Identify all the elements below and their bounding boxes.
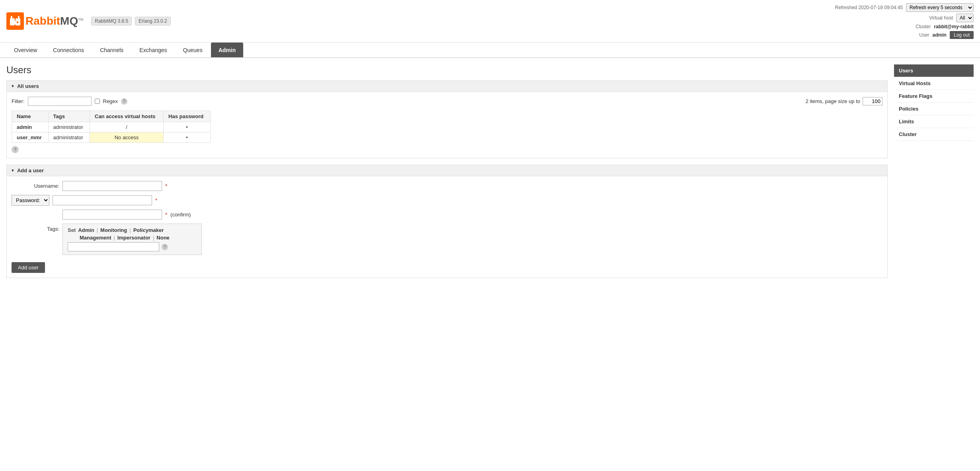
- confirm-label: (confirm): [170, 212, 191, 218]
- cluster-value: rabbit@my-rabbit: [934, 24, 974, 29]
- add-user-header[interactable]: ▼ Add a user: [6, 165, 888, 176]
- username-required: *: [165, 183, 167, 189]
- vhost-select[interactable]: All /: [956, 14, 974, 22]
- tag-policymaker[interactable]: Policymaker: [133, 227, 164, 233]
- logo-mq: MQ: [60, 15, 78, 27]
- nav-item-admin[interactable]: Admin: [211, 43, 244, 57]
- all-users-header[interactable]: ▼ All users: [6, 80, 888, 92]
- page-size-info: 2 items, page size up to 100: [806, 97, 882, 105]
- username-input[interactable]: [62, 181, 162, 191]
- sidebar-item-feature-flags[interactable]: Feature Flags: [894, 90, 974, 103]
- regex-label: Regex: [103, 98, 118, 104]
- nav-item-connections[interactable]: Connections: [45, 43, 92, 57]
- tag-impersonator[interactable]: Impersonator: [117, 235, 150, 241]
- tag-admin[interactable]: Admin: [78, 227, 94, 233]
- tags-options-row: Set Admin | Monitoring | Policymaker: [68, 227, 197, 233]
- user-row: User admin Log out: [919, 31, 974, 39]
- refreshed-label: Refreshed 2020-07-18 09:04:45: [835, 5, 903, 10]
- erlang-version: Erlang 23.0.2: [135, 17, 170, 25]
- col-tags: Tags: [48, 111, 90, 122]
- password-input[interactable]: [53, 195, 152, 205]
- all-users-section: ▼ All users Filter: Regex ? 2 items, pag…: [6, 80, 888, 158]
- tags-set-label: Set: [68, 227, 76, 233]
- password-required: *: [155, 197, 157, 203]
- tags-label: Tags:: [12, 224, 59, 232]
- content: Users ▼ All users Filter: Regex ? 2 item…: [0, 58, 980, 284]
- tags-custom-row: ?: [68, 242, 197, 251]
- tags-help-icon[interactable]: ?: [162, 244, 168, 250]
- user-label: User: [919, 32, 929, 38]
- sep3: |: [113, 235, 115, 241]
- add-user-button[interactable]: Add user: [12, 262, 45, 273]
- regex-checkbox[interactable]: [95, 99, 100, 104]
- add-user-arrow: ▼: [11, 168, 15, 173]
- sidebar-item-cluster[interactable]: Cluster: [894, 128, 974, 141]
- vhost-label: Virtual host: [929, 15, 953, 21]
- sep2: |: [129, 227, 131, 233]
- nav-item-overview[interactable]: Overview: [6, 43, 45, 57]
- user-value: admin: [933, 32, 947, 38]
- svg-rect-3: [18, 16, 20, 20]
- nav: Overview Connections Channels Exchanges …: [0, 43, 980, 58]
- user-access-mmr: No access: [90, 132, 164, 143]
- filter-input[interactable]: [28, 97, 92, 106]
- col-access: Can access virtual hosts: [90, 111, 164, 122]
- add-user-body: Username: * Password: Hash: * *: [6, 176, 888, 278]
- password-type-select[interactable]: Password: Hash:: [12, 195, 49, 206]
- tags-area: Set Admin | Monitoring | Policymaker Man…: [62, 224, 202, 255]
- username-label: Username:: [12, 183, 59, 189]
- col-name: Name: [12, 111, 49, 122]
- user-access-admin: /: [90, 122, 164, 132]
- sidebar-item-policies[interactable]: Policies: [894, 103, 974, 115]
- tag-management[interactable]: Management: [80, 235, 111, 241]
- user-name-admin[interactable]: admin: [12, 122, 49, 132]
- nav-item-exchanges[interactable]: Exchanges: [132, 43, 174, 57]
- logout-button[interactable]: Log out: [950, 31, 974, 39]
- confirm-password-input[interactable]: [62, 210, 162, 220]
- table-row: admin administrator / •: [12, 122, 211, 132]
- logo: RabbitMQTM: [6, 12, 83, 30]
- logo-text: RabbitMQTM: [25, 15, 83, 27]
- user-password-admin: •: [164, 122, 211, 132]
- rabbit-svg: [9, 15, 21, 27]
- logo-tm: TM: [78, 18, 83, 21]
- header-right: Refreshed 2020-07-18 09:04:45 Refresh ev…: [835, 3, 974, 39]
- page-size-input[interactable]: 100: [863, 97, 882, 105]
- tags-custom-input[interactable]: [68, 242, 159, 251]
- sidebar-item-virtual-hosts[interactable]: Virtual Hosts: [894, 77, 974, 90]
- svg-rect-2: [11, 16, 12, 20]
- tags-row: Tags: Set Admin | Monitoring | Policymak…: [12, 224, 882, 255]
- users-table-header-row: Name Tags Can access virtual hosts Has p…: [12, 111, 211, 122]
- vhost-row: Virtual host All /: [929, 14, 974, 22]
- header: RabbitMQTM RabbitMQ 3.8.5 Erlang 23.0.2 …: [0, 0, 980, 43]
- sidebar-item-limits[interactable]: Limits: [894, 115, 974, 128]
- tag-none[interactable]: None: [156, 235, 170, 241]
- filter-label: Filter:: [12, 98, 25, 104]
- logo-icon: [6, 12, 24, 30]
- table-help-icon[interactable]: ?: [12, 146, 19, 153]
- user-name-mmr[interactable]: user_mmr: [12, 132, 49, 143]
- page-title: Users: [6, 64, 888, 76]
- add-user-section: ▼ Add a user Username: * Password: Hash:…: [6, 165, 888, 278]
- users-table-body: admin administrator / • user_mmr adminis…: [12, 122, 211, 143]
- users-table-head: Name Tags Can access virtual hosts Has p…: [12, 111, 211, 122]
- add-user-title: Add a user: [17, 167, 44, 173]
- items-info: 2 items, page size up to: [806, 98, 860, 104]
- refresh-row: Refreshed 2020-07-18 09:04:45 Refresh ev…: [835, 3, 974, 12]
- all-users-body: Filter: Regex ? 2 items, page size up to…: [6, 92, 888, 158]
- sep4: |: [153, 235, 154, 241]
- username-row: Username: *: [12, 181, 882, 191]
- nav-item-channels[interactable]: Channels: [92, 43, 131, 57]
- table-row: user_mmr administrator No access •: [12, 132, 211, 143]
- logo-rabbit: Rabbit: [25, 15, 60, 27]
- regex-help-icon[interactable]: ?: [121, 98, 127, 105]
- tag-monitoring[interactable]: Monitoring: [100, 227, 127, 233]
- sep1: |: [97, 227, 98, 233]
- sidebar: Users Virtual Hosts Feature Flags Polici…: [894, 64, 974, 278]
- sidebar-item-users[interactable]: Users: [894, 64, 974, 77]
- refresh-select[interactable]: Refresh every 5 seconds Refresh every 10…: [906, 3, 974, 12]
- rabbitmq-version: RabbitMQ 3.8.5: [91, 17, 132, 25]
- nav-item-queues[interactable]: Queues: [176, 43, 210, 57]
- svg-rect-5: [17, 21, 18, 23]
- col-password: Has password: [164, 111, 211, 122]
